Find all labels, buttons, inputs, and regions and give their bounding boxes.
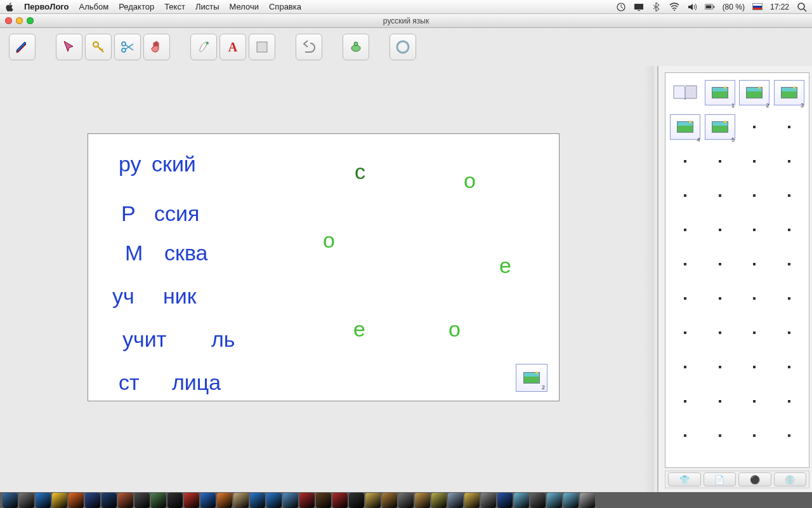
- page-cell-29[interactable]: [703, 316, 738, 350]
- page-cell-41[interactable]: [703, 418, 738, 453]
- page-cell-42[interactable]: [737, 418, 772, 453]
- page-cell-28[interactable]: [668, 316, 703, 350]
- dock-app-2[interactable]: [36, 493, 51, 508]
- page-cell-13[interactable]: [703, 178, 738, 213]
- page-cell-4[interactable]: 4: [668, 110, 703, 144]
- dock-app-26[interactable]: [431, 493, 447, 508]
- dock-app-28[interactable]: [464, 493, 480, 508]
- page-cell-27[interactable]: [772, 281, 807, 316]
- text-tool[interactable]: A: [219, 34, 246, 60]
- dock-app-30[interactable]: [497, 493, 513, 508]
- page-cell-40[interactable]: [668, 418, 703, 453]
- word-part1-0[interactable]: ру: [119, 152, 141, 177]
- page-link-thumb[interactable]: 2: [516, 364, 547, 392]
- page-cell-9[interactable]: [703, 144, 738, 178]
- menu-editor[interactable]: Редактор: [119, 2, 154, 11]
- dock-app-23[interactable]: [382, 493, 397, 508]
- word-part2-2[interactable]: сква: [164, 241, 207, 265]
- dock-app-31[interactable]: [514, 493, 529, 508]
- page-cell-20[interactable]: [668, 247, 703, 281]
- dock-app-17[interactable]: [283, 493, 298, 508]
- menu-help[interactable]: Справка: [269, 2, 301, 11]
- letter-green-3[interactable]: е: [353, 317, 365, 342]
- page-cell-22[interactable]: [737, 247, 772, 281]
- page-cell-32[interactable]: [668, 350, 703, 384]
- pencils-tool[interactable]: [9, 34, 36, 60]
- page-cell-26[interactable]: [737, 281, 772, 316]
- word-part2-5[interactable]: лица: [172, 370, 221, 395]
- bluetooth-icon[interactable]: [652, 3, 662, 11]
- dock-app-14[interactable]: [233, 493, 249, 508]
- dock-app-27[interactable]: [448, 493, 463, 508]
- page-cell-39[interactable]: [772, 384, 807, 418]
- page-cell-38[interactable]: [737, 384, 772, 418]
- dock-app-18[interactable]: [299, 493, 315, 508]
- word-part1-4[interactable]: учит: [122, 327, 166, 352]
- timemachine-icon[interactable]: [616, 3, 626, 11]
- letter-green-2[interactable]: е: [499, 253, 511, 278]
- page-cell-7[interactable]: [772, 110, 807, 144]
- dock-app-0[interactable]: [3, 493, 18, 508]
- page-cell-0[interactable]: [668, 76, 703, 110]
- zoom-button[interactable]: [27, 17, 34, 24]
- dock-app-16[interactable]: [266, 493, 282, 508]
- letter-green-4[interactable]: о: [449, 317, 461, 342]
- minimize-button[interactable]: [16, 17, 23, 24]
- page-cell-8[interactable]: [668, 144, 703, 178]
- page-cell-12[interactable]: [668, 178, 703, 213]
- dock-app-19[interactable]: [316, 493, 331, 508]
- page-cell-36[interactable]: [668, 384, 703, 418]
- dock-app-29[interactable]: [481, 493, 496, 508]
- page-cell-17[interactable]: [703, 213, 738, 247]
- turtle-tool[interactable]: [343, 34, 369, 60]
- page-cell-19[interactable]: [772, 213, 807, 247]
- page-cell-16[interactable]: [668, 213, 703, 247]
- page-cell-35[interactable]: [772, 350, 807, 384]
- dock-app-10[interactable]: [167, 493, 183, 508]
- page-cell-15[interactable]: [772, 178, 807, 213]
- record-tool[interactable]: [390, 34, 416, 60]
- dock-app-35[interactable]: [580, 493, 595, 508]
- dock-app-13[interactable]: [217, 493, 232, 508]
- page-cell-1[interactable]: 1: [703, 76, 738, 110]
- page-cell-31[interactable]: [772, 316, 807, 350]
- dock-app-5[interactable]: [85, 493, 100, 508]
- page-cell-5[interactable]: 5: [703, 110, 738, 144]
- dock-app-7[interactable]: [118, 493, 133, 508]
- page-cell-2[interactable]: 2: [737, 76, 772, 110]
- letter-dark-green[interactable]: с: [355, 159, 365, 184]
- paint-tool[interactable]: [190, 34, 217, 60]
- word-part2-0[interactable]: ский: [152, 152, 196, 177]
- dock-app-24[interactable]: [398, 493, 414, 508]
- word-part2-3[interactable]: ник: [163, 284, 197, 309]
- page-cell-33[interactable]: [703, 350, 738, 384]
- dock-app-1[interactable]: [19, 493, 34, 508]
- dock-app-25[interactable]: [415, 493, 430, 508]
- dock-app-32[interactable]: [530, 493, 546, 508]
- page-cell-21[interactable]: [703, 247, 738, 281]
- scissors-tool[interactable]: [114, 34, 141, 60]
- word-part1-5[interactable]: ст: [119, 370, 140, 395]
- display-icon[interactable]: [634, 3, 644, 11]
- page-cell-25[interactable]: [703, 281, 738, 316]
- dock-app-20[interactable]: [332, 493, 348, 508]
- dock-app-3[interactable]: [52, 493, 67, 508]
- dock-app-11[interactable]: [184, 493, 199, 508]
- key-tool[interactable]: [85, 34, 112, 60]
- page-cell-37[interactable]: [703, 384, 738, 418]
- shape-tool[interactable]: [249, 34, 275, 60]
- dock-app-9[interactable]: [151, 493, 166, 508]
- page-cell-10[interactable]: [737, 144, 772, 178]
- dock-app-12[interactable]: [200, 493, 216, 508]
- side-btn-2[interactable]: 📄: [704, 472, 737, 486]
- dock-app-34[interactable]: [563, 493, 579, 508]
- dock-app-22[interactable]: [365, 493, 381, 508]
- word-part1-2[interactable]: М: [125, 241, 143, 265]
- page-cell-18[interactable]: [737, 213, 772, 247]
- hand-tool[interactable]: [143, 34, 170, 60]
- apple-icon[interactable]: [5, 3, 14, 11]
- side-btn-3[interactable]: ⚫: [738, 472, 771, 486]
- volume-icon[interactable]: [687, 3, 697, 11]
- dock-app-4[interactable]: [69, 493, 84, 508]
- menu-album[interactable]: Альбом: [79, 2, 109, 11]
